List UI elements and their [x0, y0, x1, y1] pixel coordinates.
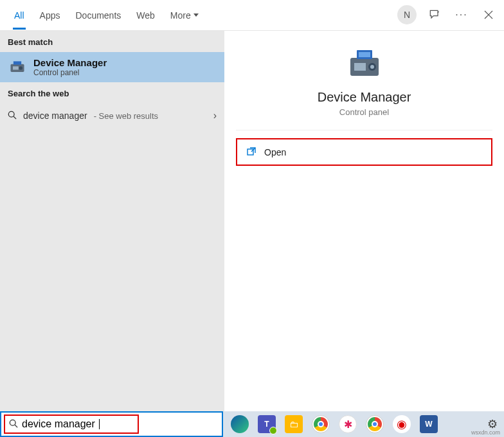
best-match-title: Device Manager [33, 57, 107, 68]
search-web-header: Search the web [0, 82, 224, 103]
best-match-header: Best match [0, 31, 224, 52]
tabs-bar: All Apps Documents Web More N ··· [0, 0, 504, 31]
taskbar-search[interactable]: device manager [0, 411, 223, 437]
tab-apps[interactable]: Apps [32, 1, 68, 30]
results-panel: Best match Device Manager Control panel … [0, 31, 224, 412]
chevron-down-icon [194, 13, 199, 17]
web-result-subtitle: - See web results [94, 111, 158, 121]
word-icon[interactable]: W [420, 415, 438, 433]
header-controls: N ··· [397, 5, 498, 24]
open-action[interactable]: Open [236, 138, 492, 166]
chrome-icon[interactable] [312, 415, 330, 433]
preview-panel: Device Manager Control panel Open [224, 31, 504, 412]
feedback-icon[interactable] [426, 6, 444, 24]
taskbar: device manager T 🗀 ✱ ◉ W ⚙ [0, 411, 504, 437]
taskbar-icons: T 🗀 ✱ ◉ W [231, 415, 438, 433]
preview-icon [224, 48, 504, 81]
tab-more[interactable]: More [163, 1, 206, 30]
best-match-item[interactable]: Device Manager Control panel [0, 52, 224, 82]
device-manager-icon [8, 58, 27, 77]
more-options-icon[interactable]: ··· [453, 6, 471, 24]
chevron-right-icon: › [213, 110, 217, 121]
svg-rect-5 [14, 61, 21, 64]
content-columns: Best match Device Manager Control panel … [0, 31, 504, 412]
snagit-icon[interactable]: ◉ [393, 415, 411, 433]
close-icon[interactable] [480, 6, 498, 24]
slack-icon[interactable]: ✱ [339, 415, 357, 433]
open-icon [246, 146, 256, 158]
svg-rect-3 [13, 66, 19, 69]
tab-web[interactable]: Web [129, 1, 163, 30]
file-explorer-icon[interactable]: 🗀 [285, 415, 303, 433]
search-icon [8, 111, 17, 121]
user-avatar[interactable]: N [397, 5, 417, 24]
watermark: wsxdn.com [471, 429, 500, 436]
search-icon [9, 419, 18, 430]
svg-line-16 [15, 425, 17, 427]
search-text: device manager [22, 418, 95, 430]
web-result-item[interactable]: device manager - See web results › [0, 103, 224, 128]
svg-point-15 [10, 420, 15, 425]
best-match-text: Device Manager Control panel [33, 57, 107, 77]
teams-icon[interactable]: T [258, 415, 276, 433]
preview-subtitle: Control panel [224, 107, 504, 117]
svg-line-7 [14, 116, 16, 119]
tab-more-label: More [170, 10, 191, 21]
tab-documents[interactable]: Documents [68, 1, 129, 30]
tab-all[interactable]: All [6, 1, 32, 30]
divider [236, 130, 492, 130]
svg-point-11 [370, 65, 374, 69]
preview-title: Device Manager [224, 90, 504, 105]
search-highlight: device manager [4, 415, 139, 434]
svg-point-4 [19, 66, 22, 69]
svg-point-6 [8, 111, 14, 117]
open-label: Open [264, 147, 286, 157]
text-cursor [99, 419, 100, 429]
search-window: All Apps Documents Web More N ··· Best m… [0, 0, 504, 412]
svg-rect-9 [354, 63, 366, 71]
best-match-subtitle: Control panel [33, 68, 107, 77]
edge-icon[interactable] [231, 415, 249, 433]
svg-rect-14 [248, 149, 253, 155]
svg-rect-13 [359, 52, 370, 57]
web-result-query: device manager [23, 111, 87, 121]
chrome-canary-icon[interactable] [366, 415, 384, 433]
